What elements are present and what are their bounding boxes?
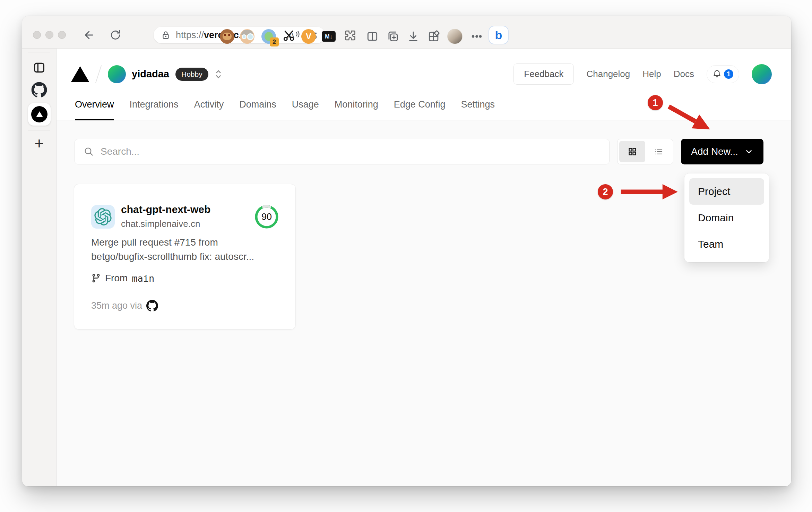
grid-view-button[interactable] — [619, 141, 645, 162]
project-icon-tile — [91, 205, 115, 229]
lock-icon — [161, 30, 171, 40]
extension-v2ex-button[interactable]: V — [301, 29, 316, 44]
page-content: yidadaa Hobby Feedback Changelog Help Do… — [57, 49, 791, 486]
more-menu-button[interactable] — [470, 30, 483, 43]
puzzle-icon — [343, 29, 357, 43]
extensions-menu-button[interactable] — [343, 29, 357, 44]
annotation-step-2: 2 — [598, 184, 613, 199]
score-value: 90 — [253, 204, 280, 230]
list-view-icon — [653, 146, 664, 157]
extension-clipper-button[interactable] — [282, 29, 296, 44]
changelog-link[interactable]: Changelog — [586, 69, 630, 79]
tab-integrations[interactable]: Integrations — [130, 93, 179, 120]
tab-actions-button[interactable] — [32, 61, 46, 75]
notification-count-badge: 1 — [723, 69, 734, 79]
browser-toolbar: https://vercel.c... A — [22, 16, 791, 49]
tab-github[interactable] — [32, 82, 47, 97]
split-screen-button[interactable] — [366, 30, 379, 43]
project-card[interactable]: chat-gpt-next-web chat.simplenaive.cn 90… — [74, 184, 296, 330]
tab-usage[interactable]: Usage — [292, 93, 319, 120]
refresh-button[interactable] — [109, 28, 122, 42]
score-gauge[interactable]: 90 — [253, 204, 280, 230]
tab-monitoring[interactable]: Monitoring — [335, 93, 378, 120]
team-name[interactable]: yidadaa — [132, 68, 169, 80]
tab-edge-config[interactable]: Edge Config — [394, 93, 446, 120]
add-new-button[interactable]: Add New... — [681, 139, 763, 164]
bing-chat-button[interactable]: b — [489, 26, 509, 44]
back-button[interactable] — [82, 28, 95, 42]
project-domain[interactable]: chat.simplenaive.cn — [121, 219, 200, 229]
workspaces-button[interactable] — [427, 30, 440, 43]
address-bar[interactable]: https://vercel.c... A — [154, 27, 325, 43]
window-minimize-button[interactable] — [45, 31, 53, 39]
vertical-tabs-icon — [32, 61, 46, 75]
commit-line-1: Merge pull request #715 from — [91, 235, 278, 249]
deploy-meta: 35m ago via — [91, 300, 142, 311]
toolbar-divider — [361, 29, 361, 42]
downloads-button[interactable] — [407, 30, 420, 43]
openai-icon — [94, 208, 112, 225]
extension-translator-button[interactable] — [240, 29, 254, 44]
dropdown-item-domain[interactable]: Domain — [689, 205, 764, 231]
feedback-button[interactable]: Feedback — [513, 63, 574, 85]
extension-markdownload-button[interactable]: M↓ — [322, 31, 336, 42]
refresh-icon — [109, 28, 122, 42]
user-avatar[interactable] — [752, 64, 772, 84]
new-tab-button[interactable]: + — [35, 135, 44, 151]
granny-extension-icon — [240, 29, 254, 44]
screenshot-stage: https://vercel.c... A — [0, 0, 812, 512]
deploy-meta-row: 35m ago via — [91, 300, 158, 312]
markdown-extension-icon: M↓ — [322, 31, 336, 42]
list-view-button[interactable] — [645, 141, 671, 162]
ellipsis-icon — [470, 30, 483, 43]
search-box[interactable] — [75, 139, 610, 164]
projects-toolbar: Add New... — [75, 139, 763, 164]
dashboard-tabs: Overview Integrations Activity Domains U… — [57, 93, 791, 120]
tab-domains[interactable]: Domains — [239, 93, 276, 120]
breadcrumb-slash — [95, 65, 102, 83]
search-input[interactable] — [101, 146, 601, 157]
team-avatar[interactable] — [108, 65, 126, 83]
dropdown-item-project[interactable]: Project — [689, 178, 764, 205]
vercel-logo[interactable] — [71, 66, 89, 82]
docs-link[interactable]: Docs — [674, 69, 694, 79]
tab-activity[interactable]: Activity — [194, 93, 224, 120]
dropdown-item-team[interactable]: Team — [689, 231, 764, 257]
sidebar-divider — [28, 130, 50, 130]
vocab-extension-icon: 2 — [261, 29, 276, 44]
sidebar-divider — [28, 52, 50, 52]
tab-vercel-active[interactable] — [28, 103, 51, 126]
project-name[interactable]: chat-gpt-next-web — [121, 204, 210, 215]
extension-vocab-button[interactable]: 2 — [261, 29, 276, 44]
commit-message: Merge pull request #715 from betgo/bugfi… — [91, 235, 278, 264]
browser-sidebar: + — [22, 49, 57, 486]
view-toggle — [617, 139, 673, 164]
profile-button[interactable] — [447, 29, 463, 44]
url-scheme: https:// — [176, 30, 204, 40]
plan-badge: Hobby — [175, 68, 208, 81]
extension-monkey-button[interactable] — [220, 29, 234, 44]
extension-badge: 2 — [270, 37, 279, 46]
chevron-down-icon — [744, 147, 753, 156]
collections-icon — [386, 30, 399, 43]
vercel-favicon — [31, 106, 47, 122]
git-branch-icon — [91, 273, 101, 283]
window-close-button[interactable] — [33, 31, 41, 39]
tab-settings[interactable]: Settings — [461, 93, 495, 120]
monkey-extension-icon — [220, 29, 234, 44]
window-zoom-button[interactable] — [58, 31, 66, 39]
download-icon — [407, 30, 420, 43]
help-link[interactable]: Help — [642, 69, 661, 79]
browser-window: https://vercel.c... A — [22, 16, 791, 486]
profile-avatar — [447, 29, 463, 44]
scope-selector-icon[interactable] — [214, 69, 223, 79]
read-aloud-waves-icon — [295, 31, 301, 40]
notifications-button[interactable]: 1 — [707, 65, 739, 83]
branch-prefix: From — [105, 273, 128, 284]
collections-button[interactable] — [386, 30, 399, 43]
github-icon — [32, 82, 47, 97]
plus-icon: + — [35, 135, 44, 151]
tab-overview[interactable]: Overview — [75, 93, 114, 120]
split-screen-icon — [366, 30, 379, 43]
back-icon — [82, 28, 95, 42]
